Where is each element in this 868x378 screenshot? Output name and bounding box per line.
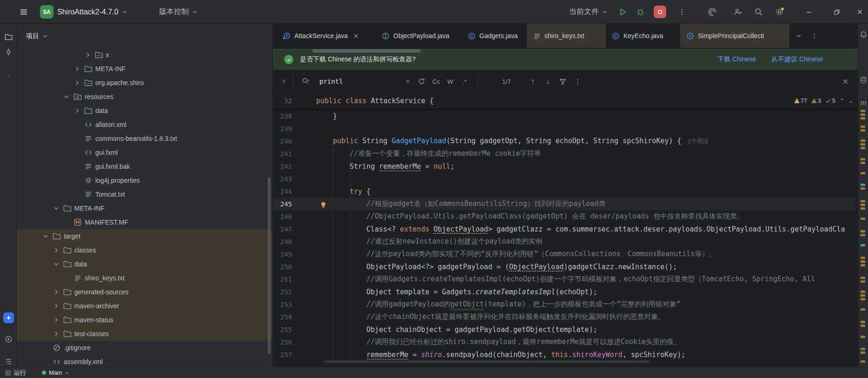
chevron-right-icon[interactable] xyxy=(53,302,60,310)
chevron-right-icon[interactable] xyxy=(73,79,81,86)
error-stripe-mark[interactable] xyxy=(861,291,865,293)
maven-tool-button[interactable]: m xyxy=(859,97,868,107)
code-line-244[interactable]: 244try { xyxy=(273,185,855,198)
next-problem-button[interactable]: ⌄ xyxy=(848,98,853,104)
new-line-button[interactable] xyxy=(417,70,425,93)
next-match-button[interactable]: ↓ xyxy=(546,70,550,93)
tree-item-commons-beanutils-1-8-3-txt[interactable]: commons-beanutils-1.8.3.txt xyxy=(17,132,273,146)
settings-button[interactable] xyxy=(775,0,784,24)
run-more-button[interactable] xyxy=(678,0,686,24)
banner-never-suggest-link[interactable]: 从不建议 Chinese xyxy=(771,55,823,64)
find-options-button[interactable] xyxy=(574,70,581,93)
error-stripe-mark[interactable] xyxy=(861,129,865,132)
run-main-tab[interactable]: Main xyxy=(42,369,70,376)
code-line-242[interactable]: 242String rememberMe = null; xyxy=(273,160,855,172)
code-line-240[interactable]: 240public String GadgetPayload(String ga… xyxy=(273,135,855,147)
vcs-menu[interactable]: 版本控制 xyxy=(159,0,198,24)
more-tools-button[interactable] xyxy=(0,68,17,83)
editor-tab-shiro_keys-txt[interactable]: shiro_keys.txt xyxy=(527,24,606,48)
error-stripe-mark[interactable] xyxy=(861,277,865,279)
chevron-down-icon[interactable] xyxy=(53,260,60,268)
search-input[interactable]: printl xyxy=(319,70,343,93)
editor-tab-attackservice-java[interactable]: CAttackService.java xyxy=(277,24,376,48)
chevron-right-icon[interactable] xyxy=(53,288,60,296)
chevron-down-icon[interactable] xyxy=(53,205,60,212)
search-everywhere-button[interactable] xyxy=(754,0,763,24)
code-line-247[interactable]: 247Class<? extends ObjectPayload> gadget… xyxy=(273,223,855,235)
editor-tab-simpleprincipalcollecti[interactable]: CSimplePrincipalCollecti xyxy=(680,24,789,48)
code-line-255[interactable]: 255Object chainObject = gadgetPayload.ge… xyxy=(273,323,855,336)
error-stripe-mark[interactable] xyxy=(861,184,865,186)
close-tab-icon[interactable] xyxy=(352,33,359,40)
sticky-line[interactable]: 32 public class AttackService { 77 3 5 ⌃… xyxy=(273,93,858,108)
project-panel-header[interactable]: 项目 xyxy=(26,29,48,43)
error-stripe-mark[interactable] xyxy=(861,257,865,259)
code-line-245[interactable]: 245//根据gadget名（如CommonsBeanutilsString）找… xyxy=(273,198,855,210)
chevron-down-icon[interactable] xyxy=(63,93,70,100)
tree-item--gitignore[interactable]: .gitignore xyxy=(17,341,273,355)
error-stripe-mark[interactable] xyxy=(861,218,865,220)
error-stripe-mark[interactable] xyxy=(861,139,865,142)
editor-tab-objectpayload-java[interactable]: ObjectPayload.java xyxy=(376,24,462,48)
project-name-menu[interactable]: ShiroAttack2-4.7.0 xyxy=(57,0,128,24)
previous-match-button[interactable]: ↑ xyxy=(531,70,535,93)
error-stripe-mark[interactable] xyxy=(861,294,865,297)
project-tool-button[interactable] xyxy=(0,29,17,44)
database-tool-button[interactable] xyxy=(859,75,868,85)
tree-item-target[interactable]: target xyxy=(17,229,273,243)
tree-item-tomcat-txt[interactable]: Tomcat.txt xyxy=(17,187,273,201)
code-line-256[interactable]: 256//调用我们已经分析过的shiro.sendpayload，最终remem… xyxy=(273,336,855,348)
expand-replace-button[interactable] xyxy=(280,70,287,93)
code-with-me-button[interactable] xyxy=(733,0,742,24)
error-stripe-mark[interactable] xyxy=(861,147,865,149)
error-stripe-mark[interactable] xyxy=(861,162,865,164)
chevron-right-icon[interactable] xyxy=(53,330,60,338)
tab-bar-scrollbar[interactable] xyxy=(312,49,421,53)
tree-item-test-classes[interactable]: test-classes xyxy=(17,327,273,341)
tree-item-org-apache-shiro[interactable]: org.apache.shiro xyxy=(17,76,273,90)
code-line-249[interactable]: 249//这些payload类内部实现了不同的“反序列化利用链”（Commons… xyxy=(273,248,855,260)
error-stripe-mark[interactable] xyxy=(861,126,865,128)
tree-item-shiro_keys-txt[interactable]: shiro_keys.txt xyxy=(17,271,273,285)
error-stripe-mark[interactable] xyxy=(861,244,865,246)
ai-chat-tool-button[interactable] xyxy=(3,312,14,323)
code-viewport[interactable]: 238}239240public String GadgetPayload(St… xyxy=(273,110,855,363)
chevron-right-icon[interactable] xyxy=(73,65,81,73)
chevron-down-icon[interactable] xyxy=(42,232,49,240)
error-stripe-mark[interactable] xyxy=(861,200,865,202)
error-stripe-mark[interactable] xyxy=(861,348,865,350)
error-stripe-mark[interactable] xyxy=(861,204,865,206)
tree-item-generated-sources[interactable]: generated-sources xyxy=(17,285,273,299)
project-scrollbar[interactable] xyxy=(268,177,271,354)
run-configuration-selector[interactable]: 当前文件 xyxy=(569,0,608,24)
code-line-253[interactable]: 253//调用gadgetPayload的getObjct(template)，… xyxy=(273,298,855,311)
error-stripe-mark[interactable] xyxy=(861,172,865,174)
error-stripe-mark[interactable] xyxy=(861,110,865,112)
tree-item-log4j-properties[interactable]: log4j.properties xyxy=(17,173,273,187)
editor-horizontal-scrollbar[interactable] xyxy=(324,360,649,363)
tree-item-x[interactable]: x xyxy=(17,48,273,62)
tree-item-classes[interactable]: classes xyxy=(17,243,273,257)
tree-item-meta-inf[interactable]: META-INF xyxy=(17,62,273,76)
main-menu-button[interactable] xyxy=(20,0,28,24)
code-line-254[interactable]: 254//这个chainObject就是最终要被序列化并在目标服务端触发反序列化… xyxy=(273,311,855,323)
tree-item-data[interactable]: data xyxy=(17,104,273,118)
error-stripe-mark[interactable] xyxy=(861,113,865,116)
code-line-243[interactable]: 243 xyxy=(273,172,855,185)
match-case-toggle[interactable]: Cc xyxy=(432,70,440,93)
error-stripe-mark[interactable] xyxy=(861,187,865,190)
intention-bulb-icon[interactable] xyxy=(319,201,327,209)
tree-item-data[interactable]: data xyxy=(17,257,273,271)
banner-download-link[interactable]: 下载 Chinese xyxy=(717,55,756,64)
regex-toggle[interactable]: .* xyxy=(463,70,467,93)
close-find-bar-button[interactable] xyxy=(842,70,849,93)
code-line-239[interactable]: 239 xyxy=(273,122,855,135)
error-stripe-mark[interactable] xyxy=(861,260,865,263)
whole-words-toggle[interactable]: W xyxy=(447,70,453,93)
error-stripe-mark[interactable] xyxy=(861,234,865,236)
restore-button[interactable] xyxy=(826,0,848,24)
code-line-257[interactable]: 257rememberMe = shiro.sendpayload(chainO… xyxy=(273,348,855,361)
run-tool-window-tab[interactable]: 运行 xyxy=(5,369,26,377)
inspection-widget[interactable]: 77 3 5 ⌃ ⌄ xyxy=(794,93,853,108)
tree-item-gui-fxml-bak[interactable]: gui.fxml.bak xyxy=(17,159,273,173)
